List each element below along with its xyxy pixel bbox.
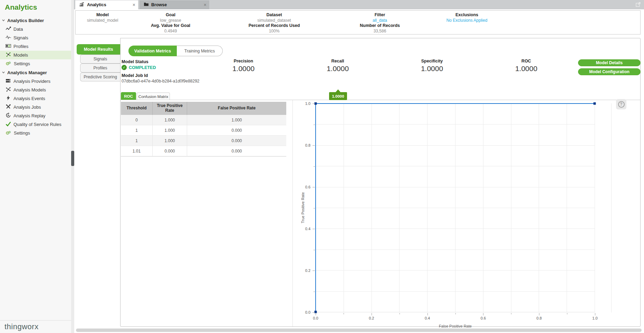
table-row[interactable]: 1.01 0.000 0.000 [121,146,286,156]
tab-validation-metrics[interactable]: Validation Metrics [128,46,177,56]
sidebar-item-label: Analysis Replay [13,113,46,118]
x-tick-mark [539,313,539,315]
model-job-id-value: 07dbc6a0-e47e-4d0b-b284-a1d0f9e88292 [122,79,200,84]
thingworx-logo: thingworx [0,320,71,333]
profiles-icon [6,43,11,50]
sidebar-item-settings-builder[interactable]: ⚙⚙ Settings [0,59,71,68]
window-tabbar: Analytics × Browse × [74,0,644,9]
table-header-row: Threshold True Positive Rate False Posit… [121,102,286,115]
y-tick-mark [314,250,315,250]
chevron-down-icon [2,70,5,75]
x-tick-mark [372,313,372,315]
model-status-label: Model Status [122,59,148,64]
x-tick-mark [511,313,511,314]
sidebar-item-analysis-replay[interactable]: Analysis Replay [0,111,71,120]
y-tick-mark [314,292,315,292]
sidebar-item-settings-manager[interactable]: ⚙⚙ Settings [0,129,71,137]
y-tick-mark [314,166,315,167]
x-tick-mark [567,313,567,314]
nav-tab-profiles[interactable]: Profiles [80,63,120,72]
y-tick-mark [313,271,315,271]
x-tick-label: 0.4 [425,316,430,320]
y-tick-mark [313,187,315,187]
status-badge: COMPLETED [129,65,156,70]
x-tick-mark [483,313,483,315]
sidebar-scrollbar-thumb[interactable] [71,151,74,166]
table-row[interactable]: 1 1.000 0.000 [121,136,286,146]
table-row[interactable]: 0 1.000 1.000 [121,115,286,125]
y-tick-label: 0.4 [305,227,310,231]
metric-precision: Precision 1.0000 [232,59,254,73]
tab-analytics[interactable]: Analytics × [75,0,138,9]
metric-specificity: Specificity 1.0000 [421,59,443,73]
network-icon [6,52,11,58]
close-icon[interactable]: × [133,2,135,8]
help-icon[interactable]: ? [616,99,626,109]
nav-tab-model-results[interactable]: Model Results [77,44,120,55]
sidebar-item-profiles[interactable]: Profiles [0,42,71,51]
tab-roc[interactable]: ROC [121,92,136,100]
x-tick-mark [455,313,456,314]
summary-avg-goal: Avg. Value for Goal 0.4949 [151,23,190,33]
divider [121,100,640,100]
exclusions-link[interactable]: No Exclusions Applied [446,18,488,23]
x-tick-mark [400,313,400,314]
tab-browse[interactable]: Browse × [140,0,209,9]
y-tick-mark [314,208,315,208]
section-label: Analytics Builder [7,18,44,23]
y-tick-mark [314,125,315,125]
x-tick-label: 0.8 [537,316,542,320]
gears-icon: ⚙⚙ [6,61,11,66]
sidebar-item-label: Settings [14,130,30,136]
lightning-icon [6,95,11,102]
sidebar-item-analysis-events[interactable]: Analysis Events [0,94,71,103]
y-tick-mark [313,229,315,229]
summary-filter: Filter all_data [373,12,387,23]
model-job-id-label: Model Job Id [122,73,148,78]
x-tick-label: 0.6 [481,316,486,320]
folder-icon [144,2,149,8]
sidebar-item-signals[interactable]: Signals [0,33,71,42]
y-tick-mark [313,104,315,104]
model-details-button[interactable]: Model Details [578,59,641,66]
x-tick-mark [427,313,428,315]
sidebar-item-analysis-providers[interactable]: Analysis Providers [0,77,71,86]
sidebar-item-label: Settings [14,61,30,66]
page: Analytics Analytics Builder Data Signals… [0,0,644,333]
sidebar: Analytics Analytics Builder Data Signals… [0,0,71,333]
close-icon[interactable]: × [204,2,206,8]
model-summary-panel: Model simulated_model Goal low_grease Da… [75,10,641,35]
sidebar-item-quality-of-service-rules[interactable]: Quality of Service Rules [0,120,71,129]
sidebar-item-label: Analysis Jobs [13,105,41,110]
sidebar-item-models[interactable]: Models [0,51,71,59]
horizontal-scrollbar[interactable] [76,329,642,332]
sidebar-section-analytics-builder[interactable]: Analytics Builder [0,16,71,25]
results-nav: Model Results Signals Profiles Predictiv… [77,44,120,81]
slider-track-line [611,104,612,312]
nav-tab-signals[interactable]: Signals [80,55,120,63]
summary-model: Model simulated_model [87,12,118,23]
sidebar-item-analysis-models[interactable]: Analysis Models [0,86,71,94]
sidebar-item-label: Analysis Events [13,96,45,101]
external-link-icon[interactable] [636,2,641,8]
gridline-vertical [595,104,595,312]
x-tick-mark [344,313,344,314]
nav-tab-predictive-scoring[interactable]: Predictive Scoring [80,72,120,81]
tab-confusion-matrix[interactable]: Confusion Matrix [137,92,170,100]
sidebar-scrollbar[interactable] [71,0,74,333]
tab-training-metrics[interactable]: Training Metrics [177,46,223,56]
sidebar-item-data[interactable]: Data [0,25,71,33]
sidebar-section-analytics-manager[interactable]: Analytics Manager [0,68,71,77]
x-axis-label: False Positive Rate [316,324,595,328]
sidebar-item-label: Models [13,52,28,58]
x-tick-mark [316,313,316,315]
filter-link[interactable]: all_data [373,18,387,23]
server-icon [6,78,11,85]
roc-slider-badge[interactable]: 1.0000 [329,92,347,100]
table-row[interactable]: 1 1.000 0.000 [121,125,286,136]
replay-icon [6,112,11,119]
x-axis-ticks: 0.00.20.40.60.81.0 [316,313,595,323]
model-configuration-button[interactable]: Model Configuration [578,68,641,75]
sidebar-item-analysis-jobs[interactable]: Analysis Jobs [0,103,71,111]
y-tick-label: 1.0 [305,101,310,106]
